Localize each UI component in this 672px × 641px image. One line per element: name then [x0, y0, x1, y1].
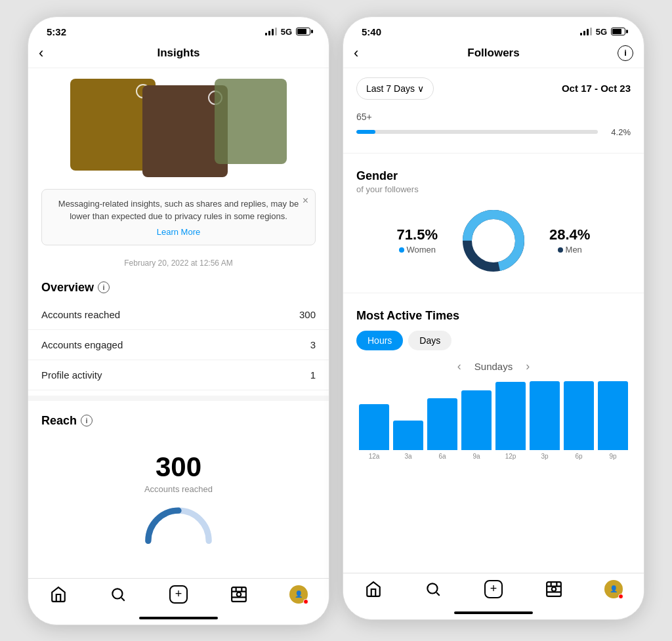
- chevron-down-icon: ∨: [417, 83, 424, 94]
- nav-reels-right[interactable]: [545, 580, 563, 598]
- bar: [564, 381, 594, 450]
- stat-row-profile: Profile activity 1: [28, 360, 329, 390]
- bar-col: 6a: [427, 381, 457, 460]
- bar-label: 9a: [472, 453, 480, 460]
- next-day-arrow[interactable]: ›: [526, 360, 530, 373]
- nav-add-right[interactable]: +: [484, 580, 503, 598]
- bar-col: 12p: [495, 381, 526, 460]
- stat-value-engaged: 3: [310, 339, 316, 350]
- bar: [393, 421, 423, 449]
- bar-col: 3p: [530, 381, 560, 460]
- svg-point-10: [428, 583, 438, 593]
- signal-bar-2: [268, 31, 270, 35]
- home-indicator-right: [454, 611, 533, 614]
- nav-dot-left: [303, 599, 308, 604]
- tab-hours[interactable]: Hours: [356, 331, 403, 350]
- signal-bar-r3: [587, 29, 589, 35]
- privacy-notice-text: Messaging-related insights, such as shar…: [52, 197, 304, 223]
- prev-day-arrow[interactable]: ‹: [457, 360, 461, 373]
- day-nav-label: Sundays: [474, 361, 513, 372]
- men-stat: 28.4% Men: [549, 226, 590, 255]
- active-times-section: Most Active Times Hours Days ‹ Sundays ›: [343, 299, 644, 460]
- close-button[interactable]: ×: [303, 195, 308, 207]
- privacy-notice: × Messaging-related insights, such as sh…: [41, 189, 316, 245]
- battery-fill-left: [297, 29, 306, 34]
- donut-chart: [457, 205, 530, 277]
- nav-home-right[interactable]: [364, 580, 383, 598]
- gender-title: Gender: [356, 169, 631, 183]
- overview-info-icon[interactable]: i: [98, 281, 110, 293]
- back-button-insights[interactable]: ‹: [39, 45, 43, 62]
- network-right: 5G: [596, 27, 607, 37]
- info-button-followers[interactable]: i: [618, 45, 633, 61]
- status-bar-left: 5:32 5G: [28, 17, 329, 41]
- donut-svg: [457, 205, 530, 277]
- bar-label: 6a: [438, 453, 446, 460]
- bar-col: 3a: [393, 381, 423, 460]
- age-label: 65+: [356, 112, 631, 122]
- time-left: 5:32: [47, 26, 66, 37]
- nav-reels-left[interactable]: [230, 585, 248, 604]
- gender-section: Gender of your followers 71.5% Women: [343, 159, 644, 287]
- svg-rect-12: [547, 582, 561, 596]
- age-bar-fill: [356, 130, 375, 134]
- nav-header-followers: ‹ Followers i: [343, 41, 644, 68]
- reach-title: Reach: [41, 414, 77, 428]
- tab-days[interactable]: Days: [408, 331, 452, 350]
- reach-info-icon[interactable]: i: [81, 415, 93, 426]
- left-phone: 5:32 5G ‹ Insights: [28, 16, 329, 625]
- followers-content: Last 7 Days ∨ Oct 17 - Oct 23 65+ 4.2% G…: [343, 68, 644, 573]
- bottom-nav-right: + 👤: [343, 573, 644, 611]
- page-title-insights: Insights: [157, 47, 200, 60]
- bar-label: 3p: [541, 453, 548, 460]
- gender-subtitle: of your followers: [356, 184, 631, 194]
- signal-bar-4: [275, 28, 277, 35]
- time-tabs: Hours Days: [356, 331, 631, 350]
- signal-bar-r1: [580, 33, 582, 35]
- back-button-followers[interactable]: ‹: [354, 45, 358, 62]
- stat-label-profile: Profile activity: [41, 369, 102, 381]
- stories-preview: [28, 68, 329, 184]
- story-thumb-3[interactable]: [215, 79, 287, 164]
- signal-bars-left: [265, 28, 277, 35]
- section-sep-1: [343, 153, 644, 154]
- women-label: Women: [397, 245, 438, 255]
- age-bar-track: [356, 130, 598, 134]
- nav-add-left[interactable]: +: [169, 585, 188, 604]
- bar: [530, 381, 560, 450]
- stat-value-profile: 1: [310, 369, 316, 381]
- bar: [598, 381, 628, 450]
- battery-icon-right: [611, 28, 625, 35]
- gender-chart-area: 71.5% Women: [356, 205, 631, 277]
- add-icon-box-right: +: [484, 580, 503, 598]
- bottom-spacer-right: [343, 464, 644, 477]
- age-section: 65+ 4.2%: [343, 109, 644, 148]
- svg-point-0: [113, 589, 123, 598]
- screens-wrapper: 5:32 5G ‹ Insights: [28, 16, 644, 625]
- svg-line-11: [436, 592, 440, 596]
- signal-bars-right: [580, 28, 592, 35]
- nav-profile-right[interactable]: 👤: [604, 580, 623, 598]
- age-bar-row: 4.2%: [356, 127, 631, 137]
- nav-profile-left[interactable]: 👤: [289, 585, 308, 604]
- bar: [427, 398, 457, 449]
- bar-chart: 12a3a6a9a12p3p6p9p: [356, 381, 631, 460]
- bar-col: 12a: [359, 381, 389, 460]
- timestamp: February 20, 2022 at 12:56 AM: [28, 251, 329, 273]
- status-right-left: 5G: [265, 27, 310, 37]
- nav-header-insights: ‹ Insights: [28, 41, 329, 68]
- date-range: Oct 17 - Oct 23: [562, 83, 631, 94]
- reach-number: 300: [41, 451, 316, 483]
- learn-more-link[interactable]: Learn More: [52, 227, 304, 237]
- bar-label: 9p: [609, 453, 616, 460]
- nav-search-right[interactable]: [424, 580, 442, 598]
- nav-search-left[interactable]: [109, 585, 127, 604]
- right-phone: 5:40 5G ‹ Followers i: [343, 16, 644, 620]
- nav-dot-right: [618, 594, 623, 599]
- nav-home-left[interactable]: [49, 585, 68, 604]
- overview-title: Overview: [41, 281, 94, 295]
- filter-button[interactable]: Last 7 Days ∨: [356, 77, 434, 100]
- bar: [495, 382, 526, 450]
- network-left: 5G: [281, 27, 292, 37]
- bar: [359, 404, 389, 449]
